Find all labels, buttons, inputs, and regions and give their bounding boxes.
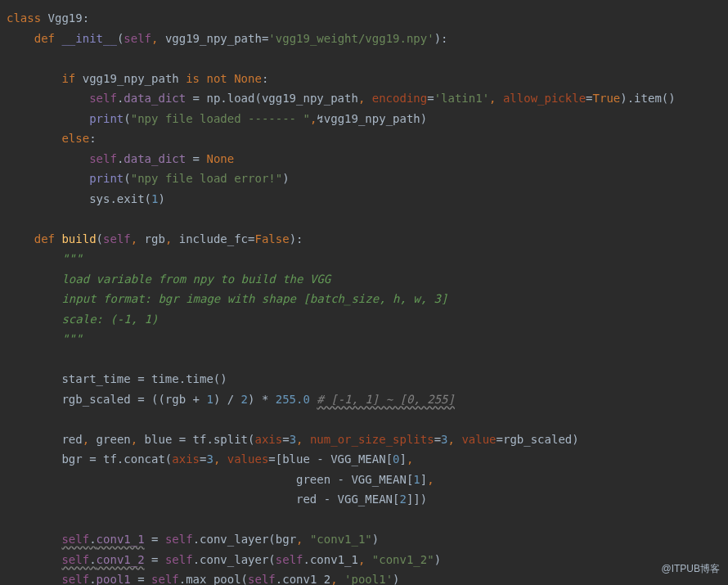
- self: self: [165, 553, 193, 566]
- attr: conv1_2: [97, 553, 145, 566]
- code-line-29: self.pool1 = self.max_pool(self.conv1_2,…: [7, 569, 728, 585]
- kwarg: num_or_size_splits: [310, 433, 434, 446]
- code-line-11: [7, 209, 728, 229]
- colon: :: [89, 132, 96, 145]
- self: self: [248, 573, 276, 585]
- end: ):: [290, 232, 303, 245]
- code-line-3: [7, 48, 728, 69]
- code-line-23: bgr = tf.concat(axis=3, values=[blue - V…: [7, 449, 728, 470]
- watermark-label: @ITPUB博客: [661, 559, 720, 579]
- eq: =: [131, 573, 151, 585]
- end: ):: [434, 32, 448, 45]
- self: self: [61, 573, 89, 585]
- string-literal: 'vgg19_weight/vgg19.npy': [268, 32, 434, 45]
- dot: .: [89, 573, 96, 585]
- call: np.load(vgg19_npy_path: [206, 92, 357, 105]
- kwarg: axis: [172, 452, 200, 466]
- keyword-else: else: [61, 132, 89, 145]
- comma: ,: [83, 433, 97, 446]
- code-editor[interactable]: class Vgg19: def __init__(self, vgg19_np…: [7, 8, 728, 585]
- string: "npy file loaded ------- ": [131, 112, 310, 125]
- assign: rgb_scaled = ((rgb +: [61, 393, 206, 406]
- eq: =: [145, 533, 165, 546]
- code-line-6: print("npy file loaded ------- ",↯vgg19_…: [7, 109, 728, 129]
- colon: :: [262, 72, 268, 85]
- none-literal: None: [206, 152, 234, 165]
- end: ).item(): [620, 92, 675, 105]
- param: vgg19_npy_path: [165, 32, 262, 45]
- attr: pool1: [97, 573, 131, 585]
- false-literal: False: [255, 232, 290, 245]
- code-line-4: if vgg19_npy_path is not None:: [7, 69, 728, 89]
- attr: data_dict: [124, 152, 186, 165]
- attr: data_dict: [124, 92, 186, 105]
- number: 3: [290, 433, 296, 446]
- end: ): [282, 172, 289, 185]
- var: green: [97, 433, 131, 446]
- code-line-21: [7, 409, 728, 430]
- comma: ,: [296, 433, 310, 446]
- code-line-27: self.conv1_1 = self.conv_layer(bgr, "con…: [7, 529, 728, 550]
- print-call: print: [89, 172, 124, 185]
- self-param: self: [103, 232, 131, 245]
- code-line-19: start_time = time.time(): [7, 369, 728, 389]
- keyword-class: class: [7, 11, 48, 25]
- eq: =: [186, 152, 206, 165]
- end: ): [393, 573, 399, 585]
- code-line-7: else:: [7, 128, 728, 149]
- docstring: input format: bgr image with shape [batc…: [61, 292, 447, 305]
- var: vgg19_npy_path): [324, 112, 427, 125]
- call: .conv_layer(: [193, 553, 276, 566]
- number: 3: [441, 433, 447, 446]
- paren: (: [124, 112, 130, 125]
- keyword-isnot: is not: [186, 72, 234, 85]
- code-line-22: red, green, blue = tf.split(axis=3, num_…: [7, 430, 728, 450]
- eq: =: [248, 232, 254, 245]
- self: self: [151, 573, 179, 585]
- kwarg: value: [461, 433, 496, 446]
- keyword-if: if: [61, 72, 82, 85]
- number: 2: [399, 493, 406, 506]
- comma: ,: [358, 92, 372, 105]
- cursor-icon: ↯: [317, 112, 323, 125]
- docstring: scale: (-1, 1): [61, 313, 158, 326]
- dot: .: [89, 533, 96, 546]
- eq: =: [586, 92, 592, 105]
- true-literal: True: [593, 92, 621, 105]
- comment: # [-1, 1] ~ [0, 255]: [317, 393, 455, 406]
- string: "conv1_2": [372, 553, 434, 566]
- code-line-26: [7, 510, 728, 530]
- code-line-9: print("npy file load error!"): [7, 169, 728, 189]
- comma: ,: [427, 473, 434, 486]
- string: 'pool1': [344, 573, 393, 585]
- code-line-13: """: [7, 249, 728, 269]
- call: .conv_layer(bgr: [193, 533, 296, 546]
- comma: ,: [448, 433, 462, 446]
- self: self: [165, 533, 193, 546]
- code-line-14: load variable from npy to build the VGG: [7, 269, 728, 290]
- code-line-8: self.data_dict = None: [7, 149, 728, 169]
- code-line-16: scale: (-1, 1): [7, 309, 728, 330]
- number: 1: [413, 473, 420, 486]
- end: ]]): [407, 493, 427, 506]
- comma: ,: [131, 433, 145, 446]
- class-name: Vgg19: [48, 11, 83, 25]
- call: .max_pool(: [179, 573, 248, 585]
- code-line-15: input format: bgr image with shape [batc…: [7, 289, 728, 309]
- op: ) /: [213, 393, 241, 406]
- number: 255.0: [276, 393, 317, 406]
- string: 'latin1': [434, 92, 489, 105]
- code-line-10: sys.exit(1): [7, 189, 728, 209]
- param: include_fc: [179, 232, 248, 245]
- func-init: __init__: [61, 32, 116, 45]
- expr: green - VGG_MEAN[: [296, 473, 413, 486]
- code-line-12: def build(self, rgb, include_fc=False):: [7, 229, 728, 250]
- comma: ,: [165, 232, 179, 245]
- kwarg: values: [227, 452, 269, 466]
- code-line-17: """: [7, 329, 728, 349]
- self: self: [89, 92, 117, 105]
- assign: bgr = tf.concat(: [61, 452, 172, 466]
- end: ): [372, 533, 379, 546]
- kwarg: encoding: [372, 92, 427, 105]
- code-line-28: self.conv1_2 = self.conv_layer(self.conv…: [7, 550, 728, 570]
